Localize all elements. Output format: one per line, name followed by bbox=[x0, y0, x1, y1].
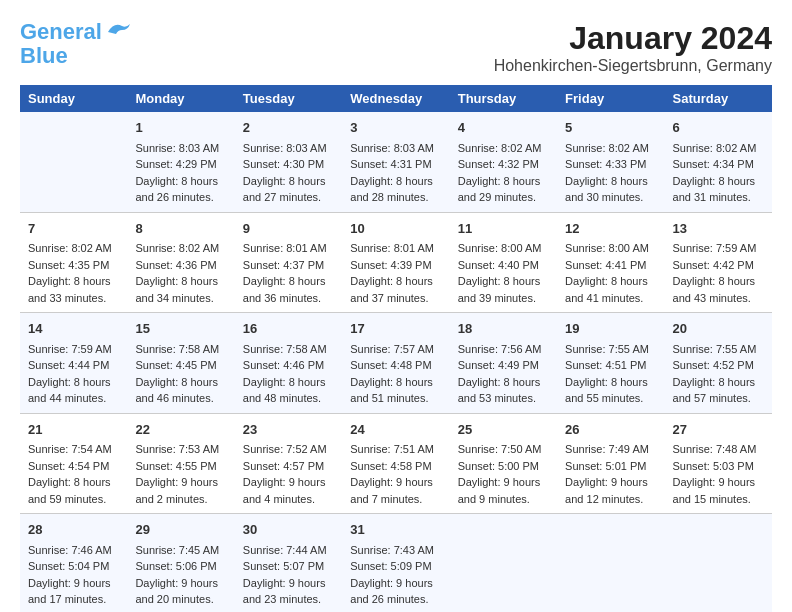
day-info: Sunrise: 8:00 AM bbox=[458, 240, 549, 257]
day-info: and 48 minutes. bbox=[243, 390, 334, 407]
day-info: Sunrise: 7:44 AM bbox=[243, 542, 334, 559]
day-info: Daylight: 8 hours bbox=[565, 374, 656, 391]
day-number: 21 bbox=[28, 420, 119, 440]
logo-text: General bbox=[20, 20, 102, 44]
day-info: Sunset: 4:39 PM bbox=[350, 257, 441, 274]
day-info: Sunrise: 7:56 AM bbox=[458, 341, 549, 358]
day-number: 25 bbox=[458, 420, 549, 440]
day-info: Sunrise: 7:58 AM bbox=[135, 341, 226, 358]
day-number: 13 bbox=[673, 219, 764, 239]
day-info: Sunset: 5:00 PM bbox=[458, 458, 549, 475]
day-info: Sunrise: 7:57 AM bbox=[350, 341, 441, 358]
day-info: Sunrise: 8:02 AM bbox=[673, 140, 764, 157]
calendar-cell: 24Sunrise: 7:51 AMSunset: 4:58 PMDayligh… bbox=[342, 413, 449, 514]
day-number: 28 bbox=[28, 520, 119, 540]
day-number: 12 bbox=[565, 219, 656, 239]
day-info: Daylight: 8 hours bbox=[135, 173, 226, 190]
day-info: Sunset: 4:52 PM bbox=[673, 357, 764, 374]
day-number: 15 bbox=[135, 319, 226, 339]
day-info: Daylight: 8 hours bbox=[243, 273, 334, 290]
day-number: 17 bbox=[350, 319, 441, 339]
day-info: Sunrise: 7:46 AM bbox=[28, 542, 119, 559]
day-info: and 2 minutes. bbox=[135, 491, 226, 508]
calendar-cell: 25Sunrise: 7:50 AMSunset: 5:00 PMDayligh… bbox=[450, 413, 557, 514]
day-number: 6 bbox=[673, 118, 764, 138]
day-info: Sunset: 4:42 PM bbox=[673, 257, 764, 274]
day-info: and 30 minutes. bbox=[565, 189, 656, 206]
day-info: Daylight: 8 hours bbox=[135, 273, 226, 290]
day-info: Sunrise: 8:01 AM bbox=[350, 240, 441, 257]
day-info: Daylight: 8 hours bbox=[28, 474, 119, 491]
calendar-cell: 23Sunrise: 7:52 AMSunset: 4:57 PMDayligh… bbox=[235, 413, 342, 514]
day-info: and 7 minutes. bbox=[350, 491, 441, 508]
day-info: Sunrise: 7:51 AM bbox=[350, 441, 441, 458]
calendar-cell: 19Sunrise: 7:55 AMSunset: 4:51 PMDayligh… bbox=[557, 313, 664, 414]
day-number: 14 bbox=[28, 319, 119, 339]
day-info: Sunrise: 7:59 AM bbox=[28, 341, 119, 358]
day-number: 5 bbox=[565, 118, 656, 138]
calendar-cell: 13Sunrise: 7:59 AMSunset: 4:42 PMDayligh… bbox=[665, 212, 772, 313]
day-info: Daylight: 8 hours bbox=[458, 374, 549, 391]
day-info: Sunset: 4:58 PM bbox=[350, 458, 441, 475]
day-info: Sunrise: 7:48 AM bbox=[673, 441, 764, 458]
day-info: Sunrise: 7:53 AM bbox=[135, 441, 226, 458]
day-info: Sunrise: 7:54 AM bbox=[28, 441, 119, 458]
logo-blue: Blue bbox=[20, 44, 68, 68]
day-number: 4 bbox=[458, 118, 549, 138]
day-info: Sunset: 4:57 PM bbox=[243, 458, 334, 475]
calendar-cell: 2Sunrise: 8:03 AMSunset: 4:30 PMDaylight… bbox=[235, 112, 342, 212]
calendar-cell: 15Sunrise: 7:58 AMSunset: 4:45 PMDayligh… bbox=[127, 313, 234, 414]
day-info: and 53 minutes. bbox=[458, 390, 549, 407]
day-info: Daylight: 8 hours bbox=[565, 273, 656, 290]
day-info: and 43 minutes. bbox=[673, 290, 764, 307]
day-info: Daylight: 8 hours bbox=[673, 374, 764, 391]
day-info: Sunset: 4:41 PM bbox=[565, 257, 656, 274]
day-info: Daylight: 9 hours bbox=[135, 474, 226, 491]
calendar-cell: 14Sunrise: 7:59 AMSunset: 4:44 PMDayligh… bbox=[20, 313, 127, 414]
day-info: and 20 minutes. bbox=[135, 591, 226, 608]
day-info: Sunrise: 7:50 AM bbox=[458, 441, 549, 458]
day-info: and 23 minutes. bbox=[243, 591, 334, 608]
calendar-cell: 27Sunrise: 7:48 AMSunset: 5:03 PMDayligh… bbox=[665, 413, 772, 514]
day-info: Sunrise: 8:01 AM bbox=[243, 240, 334, 257]
day-number: 22 bbox=[135, 420, 226, 440]
calendar-cell: 21Sunrise: 7:54 AMSunset: 4:54 PMDayligh… bbox=[20, 413, 127, 514]
day-info: Daylight: 8 hours bbox=[28, 273, 119, 290]
day-info: Sunset: 4:49 PM bbox=[458, 357, 549, 374]
calendar-week-row: 1Sunrise: 8:03 AMSunset: 4:29 PMDaylight… bbox=[20, 112, 772, 212]
calendar-cell bbox=[20, 112, 127, 212]
day-info: Sunset: 5:09 PM bbox=[350, 558, 441, 575]
calendar-cell: 28Sunrise: 7:46 AMSunset: 5:04 PMDayligh… bbox=[20, 514, 127, 613]
day-number: 18 bbox=[458, 319, 549, 339]
title-block: January 2024 Hohenkirchen-Siegertsbrunn,… bbox=[494, 20, 772, 75]
day-info: Sunrise: 8:00 AM bbox=[565, 240, 656, 257]
day-info: Sunset: 4:32 PM bbox=[458, 156, 549, 173]
day-info: and 44 minutes. bbox=[28, 390, 119, 407]
day-number: 26 bbox=[565, 420, 656, 440]
calendar-cell: 18Sunrise: 7:56 AMSunset: 4:49 PMDayligh… bbox=[450, 313, 557, 414]
day-info: Sunrise: 7:49 AM bbox=[565, 441, 656, 458]
day-number: 30 bbox=[243, 520, 334, 540]
day-info: and 17 minutes. bbox=[28, 591, 119, 608]
day-number: 9 bbox=[243, 219, 334, 239]
calendar-cell: 9Sunrise: 8:01 AMSunset: 4:37 PMDaylight… bbox=[235, 212, 342, 313]
day-info: Sunrise: 8:02 AM bbox=[135, 240, 226, 257]
calendar-cell: 10Sunrise: 8:01 AMSunset: 4:39 PMDayligh… bbox=[342, 212, 449, 313]
day-info: Sunrise: 7:43 AM bbox=[350, 542, 441, 559]
day-info: Daylight: 8 hours bbox=[350, 374, 441, 391]
day-info: and 34 minutes. bbox=[135, 290, 226, 307]
calendar-cell bbox=[557, 514, 664, 613]
calendar-cell: 12Sunrise: 8:00 AMSunset: 4:41 PMDayligh… bbox=[557, 212, 664, 313]
day-info: Daylight: 8 hours bbox=[28, 374, 119, 391]
day-info: Daylight: 8 hours bbox=[243, 374, 334, 391]
calendar-week-row: 14Sunrise: 7:59 AMSunset: 4:44 PMDayligh… bbox=[20, 313, 772, 414]
calendar-cell: 31Sunrise: 7:43 AMSunset: 5:09 PMDayligh… bbox=[342, 514, 449, 613]
day-info: Daylight: 8 hours bbox=[458, 273, 549, 290]
col-header-monday: Monday bbox=[127, 85, 234, 112]
day-info: Sunrise: 7:59 AM bbox=[673, 240, 764, 257]
day-number: 24 bbox=[350, 420, 441, 440]
page-header: General Blue January 2024 Hohenkirchen-S… bbox=[20, 20, 772, 75]
day-info: Sunset: 4:40 PM bbox=[458, 257, 549, 274]
day-info: and 26 minutes. bbox=[350, 591, 441, 608]
day-info: Sunrise: 8:03 AM bbox=[350, 140, 441, 157]
